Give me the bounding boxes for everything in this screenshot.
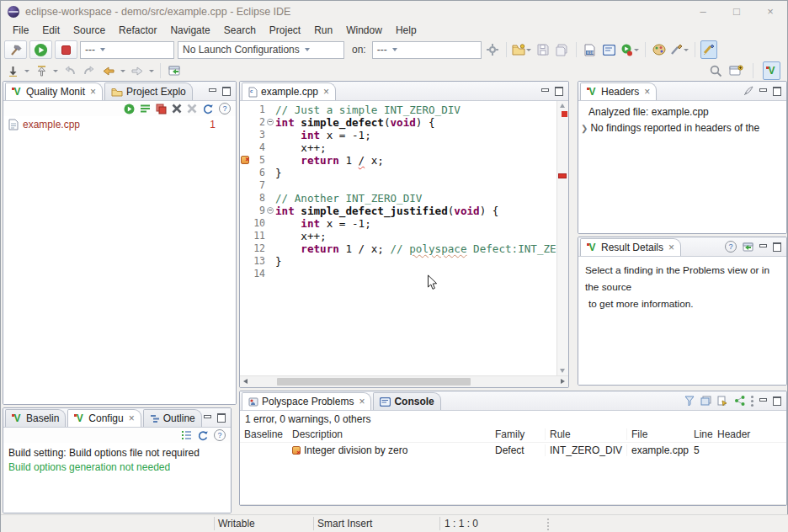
code-line[interactable]: 4 x++; [240,141,556,154]
column-line[interactable]: Line [690,428,713,440]
chevron-down-icon[interactable] [53,70,58,72]
build-button[interactable] [4,40,27,59]
help-icon[interactable]: ? [214,429,226,441]
refresh-icon[interactable] [197,430,209,441]
code-line[interactable]: 1// Just a simple INT_ZERO_DIV [240,104,556,116]
tab-editor-example-cpp[interactable]: c example.cpp × [242,82,336,100]
code-line[interactable]: 11 x++; [240,230,556,242]
code-line[interactable]: 8// Another INT_ZERO_DIV [240,192,556,205]
refresh-icon[interactable] [202,104,214,114]
column-description[interactable]: Description [288,428,491,440]
forward-button[interactable] [129,61,146,80]
delete-result-icon[interactable] [172,104,182,114]
code-line[interactable]: 7 [240,179,556,192]
editor-horizontal-scrollbar[interactable] [240,375,568,387]
menu-navigate[interactable]: Navigate [163,23,216,38]
clear-results-icon[interactable] [156,104,167,114]
close-window-button[interactable]: × [753,1,787,22]
menu-source[interactable]: Source [67,23,112,38]
problems-horizontal-scrollbar[interactable] [240,504,786,505]
chevron-down-icon[interactable] [149,70,154,72]
problems-table-header[interactable]: Baseline Description Family Rule File Li… [240,427,786,443]
back-history-button[interactable] [61,61,78,80]
run-coverage-button[interactable] [620,40,640,59]
chevron-right-icon[interactable]: ❯ [581,124,588,133]
status-drag-handle[interactable] [547,519,550,529]
column-header[interactable]: Header [713,428,786,440]
minimize-view-icon[interactable] [759,243,767,251]
save-all-button[interactable] [554,40,571,59]
pin-editor-button[interactable] [166,61,183,80]
target-combo[interactable]: --- [372,41,482,59]
close-icon[interactable]: × [323,88,329,96]
menu-edit[interactable]: Edit [35,23,67,38]
column-file[interactable]: File [626,428,690,440]
brush-button[interactable] [670,40,690,59]
code-editor[interactable]: 1// Just a simple INT_ZERO_DIV2int simpl… [240,101,556,375]
filter-icon[interactable] [684,396,695,406]
polyspace-perspective-button[interactable]: V [763,61,780,80]
run-button[interactable] [29,40,52,59]
chevron-down-icon[interactable] [120,70,125,72]
scroll-up-icon[interactable] [560,104,565,108]
quality-monitor-body[interactable]: example.cpp 1 [3,116,236,404]
maximize-view-icon[interactable] [773,87,781,96]
scroll-down-icon[interactable] [560,369,565,373]
code-line[interactable]: 9int simple_defect_justified(void) { [240,205,556,217]
tab-polyspace-problems[interactable]: Polyspace Problems × [242,392,371,410]
close-icon[interactable]: × [129,414,135,423]
overview-error-marker[interactable] [558,173,567,178]
polyspace-config-combo[interactable]: --- [80,41,174,59]
menu-search[interactable]: Search [217,23,263,38]
minimize-view-icon[interactable] [209,88,216,95]
code-line[interactable]: 14 [240,268,556,280]
close-icon[interactable]: × [90,88,96,96]
help-icon[interactable]: ? [219,103,231,114]
scroll-right-icon[interactable] [561,379,565,384]
menu-project[interactable]: Project [263,23,307,38]
chevron-down-icon[interactable] [24,70,29,72]
editor-vertical-scrollbar[interactable] [556,101,568,375]
menu-window[interactable]: Window [339,23,389,38]
menu-help[interactable]: Help [389,23,423,38]
pin-view-icon[interactable] [743,242,753,252]
tab-project-explorer[interactable]: Project Explo [104,82,193,100]
minimize-view-icon[interactable] [759,88,767,95]
show-results-icon[interactable] [140,104,151,114]
launch-config-combo[interactable]: No Launch Configurations [178,41,344,59]
next-annotation-button[interactable] [4,61,21,80]
code-line[interactable]: 2int simple_defect(void) { [240,116,556,129]
maximize-view-icon[interactable] [773,396,781,406]
minimize-view-icon[interactable] [759,397,767,405]
code-line[interactable]: 6} [240,167,556,179]
defect-marker-icon[interactable] [241,156,249,164]
share-icon[interactable] [734,396,745,406]
stop-button[interactable] [55,40,77,59]
close-icon[interactable]: × [668,243,674,252]
maximize-window-button[interactable]: □ [720,1,753,22]
headers-findings-row[interactable]: ❯ No findings reported in headers of the [578,120,786,134]
overview-error-marker[interactable] [562,111,567,117]
quill-icon[interactable] [743,86,753,96]
menu-run[interactable]: Run [307,23,339,38]
menu-refactor[interactable]: Refactor [112,23,163,38]
tab-result-details[interactable]: V Result Details × [580,238,681,256]
tab-console[interactable]: Console [373,392,440,410]
maximize-view-icon[interactable] [217,413,226,423]
maximize-view-icon[interactable] [555,87,563,96]
minimize-window-button[interactable]: – [686,1,720,22]
new-wizard-button[interactable] [512,40,532,59]
problem-row[interactable]: Integer division by zero Defect INT_ZERO… [240,443,786,458]
minimize-view-icon[interactable] [541,88,549,95]
run-analysis-icon[interactable] [124,104,135,114]
settings-list-icon[interactable] [182,430,192,440]
column-family[interactable]: Family [491,428,545,440]
delete-all-results-icon[interactable] [187,104,197,114]
maximize-view-icon[interactable] [773,242,781,252]
minimize-view-icon[interactable] [204,414,211,422]
group-by-icon[interactable] [700,396,711,406]
gear-icon[interactable] [484,40,501,59]
code-line[interactable]: 12 return 1 / x; // polyspace Defect:INT… [240,242,556,255]
code-line[interactable]: 10 int x = -1; [240,217,556,230]
tab-headers[interactable]: V Headers × [580,82,657,100]
